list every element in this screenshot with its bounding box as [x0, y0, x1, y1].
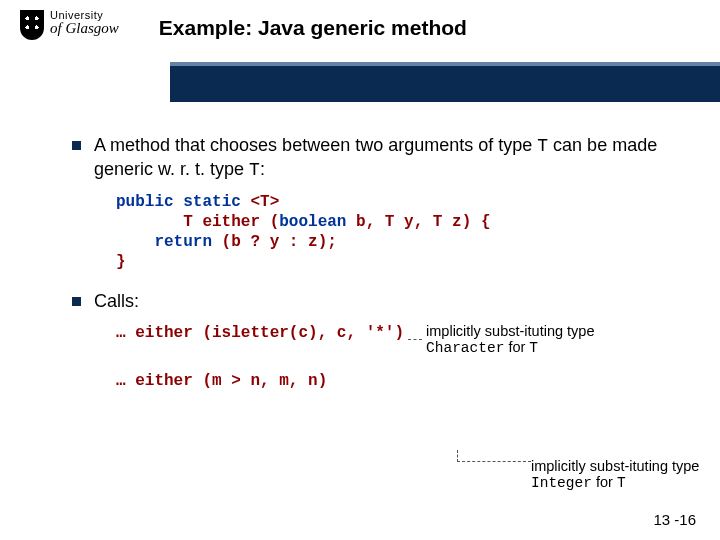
note-2-wrap: implicitly subst-ituting type Integer fo…	[531, 458, 716, 491]
bullet-2: Calls: … either (isletter(c), c, '*') im…	[72, 290, 680, 391]
university-logo: University of Glasgow	[20, 10, 119, 40]
call-1-code: … either (isletter(c), c, '*')	[116, 323, 404, 343]
code-line2b: b, T y, T z) {	[346, 213, 490, 231]
kw-return: return	[154, 233, 212, 251]
bullet-2-text: Calls:	[94, 291, 139, 311]
code-angle-t: <T>	[241, 193, 279, 211]
note-1-c: for	[504, 339, 529, 355]
bullet-1-type-2: T	[249, 160, 260, 180]
bullet-1-text-a: A method that chooses between two argume…	[94, 135, 537, 155]
note-1-type: Character	[426, 340, 504, 356]
note-2-type: Integer	[531, 475, 592, 491]
code-line4: }	[116, 253, 126, 271]
call-row-2: … either (m > n, m, n)	[116, 371, 680, 391]
connector-line-1	[408, 339, 422, 340]
code-line2a: T either (	[116, 213, 279, 231]
university-name: University of Glasgow	[50, 10, 119, 36]
note-2-a: implicitly subst-ituting type	[531, 458, 699, 474]
call-2-code: … either (m > n, m, n)	[116, 371, 327, 391]
slide-title: Example: Java generic method	[159, 16, 467, 40]
code-line3b: (b ? y : z);	[212, 233, 337, 251]
note-2: implicitly subst-ituting type Integer fo…	[531, 458, 716, 491]
call-row-1: … either (isletter(c), c, '*') implicitl…	[116, 323, 680, 356]
slide-content: A method that chooses between two argume…	[0, 102, 720, 391]
header-bar	[170, 62, 720, 102]
kw-static: static	[183, 193, 241, 211]
code-indent	[116, 233, 154, 251]
note-1-a: implicitly subst-ituting type	[426, 323, 594, 339]
slide-header: University of Glasgow Example: Java gene…	[0, 0, 720, 62]
bullet-1-type-1: T	[537, 136, 548, 156]
crest-icon	[20, 10, 44, 40]
kw-public: public	[116, 193, 174, 211]
page-number: 13 -16	[653, 511, 696, 528]
note-1-t: T	[529, 340, 538, 356]
note-1: implicitly subst-ituting type Character …	[426, 323, 611, 356]
kw-boolean: boolean	[279, 213, 346, 231]
bullet-1: A method that chooses between two argume…	[72, 134, 680, 272]
university-name-bottom: of Glasgow	[50, 21, 119, 36]
note-2-c: for	[592, 474, 617, 490]
note-2-t: T	[617, 475, 626, 491]
bullet-1-text-c: :	[260, 159, 265, 179]
connector-line-2	[457, 450, 531, 462]
code-block: public static <T> T either (boolean b, T…	[116, 192, 680, 272]
